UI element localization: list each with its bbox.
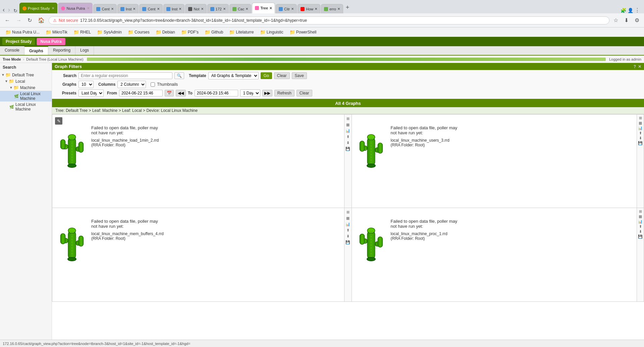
bookmark-nusa-putra[interactable]: 📁 Nusa Putra U... (3, 29, 42, 36)
nav-forward[interactable]: › (7, 6, 11, 13)
side-icon-2-3[interactable]: 📊 (638, 126, 643, 130)
home-btn[interactable]: 🏠 (36, 16, 47, 25)
tab-not-close[interactable]: ✕ (201, 7, 204, 11)
tab-inst2-close[interactable]: ✕ (179, 7, 181, 11)
tab-citr-close[interactable]: ✕ (291, 7, 294, 11)
side-icon-2-6[interactable]: 💾 (638, 141, 643, 145)
profile-btn[interactable]: 👤 (628, 8, 633, 13)
side-icon-4-6[interactable]: 💾 (638, 234, 643, 239)
side-icon-2-4[interactable]: ⬆ (638, 131, 643, 135)
columns-select[interactable]: 2 Columns (117, 81, 146, 88)
extensions-btn[interactable]: 🧩 (621, 8, 626, 13)
sidebar-item-machine[interactable]: ▼ 📁 Machine (0, 84, 52, 91)
tab-cent2-close[interactable]: ✕ (157, 7, 160, 11)
sidebar-item-local-linux-machine2[interactable]: 🌿 Local Linux Machine (0, 101, 52, 112)
bookmark-sysadmin[interactable]: 📁 SysAdmin (94, 29, 124, 36)
side-icon-2-5[interactable]: ⬇ (638, 136, 643, 140)
side-icon-4-3[interactable]: 📊 (638, 219, 643, 224)
tab-172[interactable]: 172 ✕ (207, 4, 229, 13)
sidebar-item-local-linux-machine-selected[interactable]: 🌿 Local Linux Machine (0, 91, 52, 101)
new-tab-button[interactable]: + (344, 4, 352, 11)
side-icon-3-6[interactable]: 💾 (345, 239, 351, 245)
from-date-input[interactable] (119, 90, 163, 96)
tab-reporting[interactable]: Reporting (48, 46, 75, 55)
clear-btn[interactable]: Clear (274, 72, 290, 79)
side-icon-1-3[interactable]: 📊 (345, 128, 351, 133)
search-filter-input[interactable] (78, 72, 172, 79)
bookmark-linguistic[interactable]: 📁 Linguistic (257, 29, 286, 36)
bookmark-litelaturre[interactable]: 📁 Litelaturre (226, 29, 256, 36)
side-icon-2-2[interactable]: ▦ (638, 121, 643, 125)
tab-inst1[interactable]: Inst ✕ (117, 4, 139, 13)
tab-erro-close[interactable]: ✕ (337, 7, 340, 11)
template-select[interactable]: All Graphs & Templates (208, 72, 259, 79)
sidebar-item-default-tree[interactable]: ▼ 📁 Default Tree (0, 72, 52, 78)
thumbnails-checkbox[interactable] (151, 82, 155, 87)
side-icon-1-5[interactable]: ⬇ (345, 140, 351, 145)
app-np-button[interactable]: Nusa Putra (37, 38, 65, 45)
tab-cent1-close[interactable]: ✕ (111, 7, 114, 11)
clear-btn2[interactable]: Clear (297, 90, 312, 96)
download-btn[interactable]: ⬇ (622, 16, 631, 25)
tab-inst1-close[interactable]: ✕ (133, 7, 136, 11)
tab-cac-close[interactable]: ✕ (246, 7, 248, 11)
tab-erro[interactable]: erro ✕ (321, 4, 343, 13)
sidebar-item-local[interactable]: ▼ 📁 Local (0, 78, 52, 84)
side-icon-3-1[interactable]: ⊞ (345, 209, 351, 215)
forward-btn[interactable]: → (14, 16, 23, 25)
tab-172-close[interactable]: ✕ (223, 7, 226, 11)
tab-how[interactable]: How ✕ (298, 4, 320, 13)
edit-icon-1[interactable]: ✎ (55, 117, 62, 125)
filter-icon1[interactable]: ? (634, 64, 636, 69)
side-icon-2-1[interactable]: ⊞ (638, 116, 643, 120)
tab-graphs[interactable]: Graphs (24, 46, 48, 55)
side-icon-4-5[interactable]: ⬇ (638, 229, 643, 234)
save-btn[interactable]: Save (292, 72, 307, 79)
tab-logs[interactable]: Logs (75, 46, 94, 55)
nav-reload[interactable]: ↻ (12, 8, 19, 13)
tab-console[interactable]: Console (0, 46, 24, 55)
tab-cent1[interactable]: Cent ✕ (93, 4, 116, 13)
browser-menu-btn[interactable]: ⋮ (635, 7, 640, 13)
back-btn[interactable]: ← (3, 16, 12, 25)
tab-citr[interactable]: Citr ✕ (276, 4, 297, 13)
app-ps-button[interactable]: Project Study (2, 38, 35, 45)
tab-tree-close[interactable]: ✕ (269, 6, 272, 10)
tab-cent2[interactable]: Cent ✕ (139, 4, 162, 13)
side-icon-1-1[interactable]: ⊞ (345, 116, 351, 121)
side-icon-4-1[interactable]: ⊞ (638, 209, 643, 214)
bookmark-powershell[interactable]: 📁 PowerShell (287, 29, 319, 36)
bookmark-btn[interactable]: ☆ (611, 16, 620, 25)
nav-back[interactable]: ‹ (1, 6, 6, 13)
side-icon-4-4[interactable]: ⬆ (638, 224, 643, 229)
refresh-btn[interactable]: Refresh (274, 90, 294, 96)
tab-not[interactable]: Not ✕ (185, 4, 206, 13)
tab-tree[interactable]: Tree ✕ (252, 3, 275, 13)
settings-btn[interactable]: ⚙ (633, 16, 641, 25)
side-icon-3-2[interactable]: ▦ (345, 215, 351, 221)
tab-nusa-putra[interactable]: Nusa Putra ✕ (58, 3, 93, 13)
date-picker-from-btn[interactable]: 📅 (165, 90, 174, 96)
side-icon-1-2[interactable]: ▦ (345, 122, 351, 127)
timespan-select[interactable]: 1 Day (240, 89, 260, 97)
bookmark-rhel[interactable]: 📁 RHEL (71, 29, 94, 36)
graphs-count-select[interactable]: 10 (78, 81, 94, 88)
preset-select[interactable]: Last Day (78, 89, 104, 97)
bookmark-courses[interactable]: 📁 Courses (125, 29, 152, 36)
nav-prev-time-btn[interactable]: ◀◀ (176, 90, 186, 96)
side-icon-4-2[interactable]: ▦ (638, 214, 643, 219)
reload-btn[interactable]: ↻ (25, 16, 34, 25)
tab-cac[interactable]: Cac ✕ (229, 4, 252, 13)
tab-inst2[interactable]: Inst ✕ (163, 4, 185, 13)
side-icon-3-3[interactable]: 📊 (345, 221, 351, 227)
tab-project-study[interactable]: Project Study ✕ (19, 3, 57, 13)
search-filter-btn[interactable]: 🔍 (174, 72, 184, 79)
address-bar[interactable]: ⚠ Not secure 172.16.0.65/cacti/graph_vie… (49, 16, 609, 24)
tab-how-close[interactable]: ✕ (315, 7, 317, 11)
tab-ps-close[interactable]: ✕ (52, 6, 54, 10)
side-icon-3-4[interactable]: ⬆ (345, 227, 351, 233)
bookmark-pdfs[interactable]: 📁 PDF's (178, 29, 201, 36)
side-icon-1-6[interactable]: 💾 (345, 146, 351, 151)
side-icon-1-4[interactable]: ⬆ (345, 134, 351, 139)
bookmark-mikrotik[interactable]: 📁 MikroTik (43, 29, 70, 36)
